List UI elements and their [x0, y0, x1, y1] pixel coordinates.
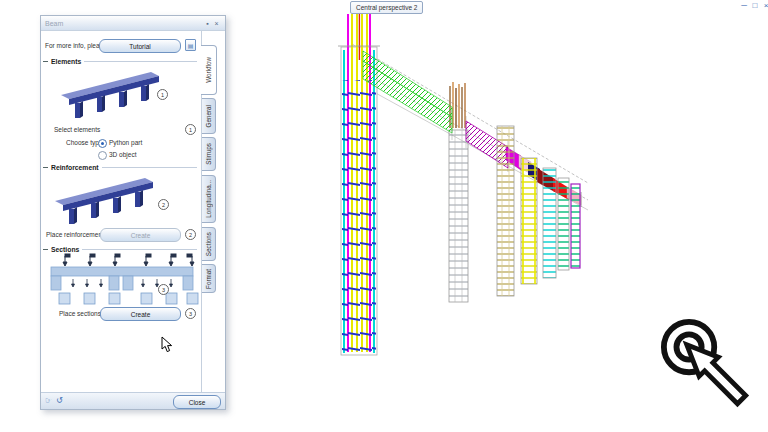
row-badge-2: 2 [185, 229, 196, 240]
radio-3d-object-label[interactable]: 3D object [109, 151, 136, 158]
panel-titlebar[interactable]: Beam ▪ × [41, 16, 225, 31]
tab-stirrups[interactable]: Stirrups [202, 137, 216, 171]
tutorial-button[interactable]: Tutorial [99, 39, 181, 53]
reinforcement-section-header[interactable]: Reinforcement [43, 164, 197, 171]
pin-icon[interactable]: ▪ [203, 19, 212, 28]
pier-5 [543, 168, 556, 278]
collapse-icon [43, 249, 48, 250]
close-button[interactable]: Close [173, 395, 221, 409]
section-rule [84, 61, 197, 62]
place-reinforcement-label: Place reinforcement [46, 231, 104, 238]
tab-label: General [205, 105, 212, 127]
panel-title: Beam [45, 20, 203, 27]
tab-sections[interactable]: Sections [202, 227, 216, 261]
pier-6 [558, 178, 569, 270]
pier-3 [497, 126, 514, 296]
apply-icon[interactable]: ☞ [45, 396, 52, 406]
window-controls: ─ □ × [740, 1, 768, 10]
close-panel-icon[interactable]: × [212, 19, 221, 28]
sections-illustration [45, 253, 200, 305]
radio-3d-object[interactable] [98, 151, 107, 160]
tab-label: Longitudina... [205, 180, 212, 218]
place-sections-label: Place sections [59, 310, 101, 317]
radio-python-part[interactable] [98, 139, 107, 148]
create-reinforcement-button[interactable]: Create [100, 228, 181, 242]
pier-4 [521, 158, 537, 284]
radio-python-part-label[interactable]: Python part [109, 139, 142, 146]
row-badge-1: 1 [185, 124, 196, 135]
workflow-page: For more info, please click here Tutoria… [41, 31, 202, 392]
step-badge-1: 1 [157, 89, 168, 100]
click-pointer-icon [660, 318, 752, 410]
sections-section-header[interactable]: Sections [43, 246, 197, 253]
tab-format[interactable]: Format [202, 264, 216, 293]
create-sections-button[interactable]: Create [100, 307, 181, 321]
tab-label: Stirrups [205, 143, 212, 165]
pier-7 [571, 184, 580, 268]
select-elements-label: Select elements [54, 126, 100, 133]
section-title: Sections [51, 246, 79, 253]
elements-section-header[interactable]: Elements [43, 58, 197, 65]
panel-body: For more info, please click here Tutoria… [41, 31, 225, 392]
tab-label: Format [205, 269, 212, 289]
collapse-icon [43, 61, 48, 62]
section-rule [82, 249, 197, 250]
tab-workflow[interactable]: Workflow [201, 45, 217, 95]
restore-icon[interactable]: □ [751, 1, 759, 10]
section-title: Reinforcement [51, 164, 99, 171]
section-title: Elements [51, 58, 81, 65]
collapse-icon [43, 167, 48, 168]
section-rule [102, 167, 197, 168]
tutorial-options-icon[interactable]: ▤ [185, 39, 196, 51]
row-badge-3: 3 [185, 308, 196, 319]
beam-palette-panel: Beam ▪ × For more info, please click her… [40, 15, 226, 410]
palette-tabstrip: Workflow General Stirrups Longitudina...… [202, 31, 225, 392]
reinforcement-illustration [53, 171, 163, 227]
elements-illustration [59, 65, 169, 121]
close-window-icon[interactable]: × [762, 1, 768, 10]
tab-general[interactable]: General [202, 98, 216, 134]
mouse-cursor [161, 336, 173, 354]
refresh-icon[interactable]: ↺ [56, 396, 63, 406]
tab-label: Workflow [205, 57, 212, 83]
step-badge-3: 3 [158, 284, 169, 295]
tab-label: Sections [205, 232, 212, 256]
tab-longitudinal[interactable]: Longitudina... [202, 175, 216, 223]
panel-bottom-bar: ☞ ↺ Close [41, 392, 225, 409]
minimize-icon[interactable]: ─ [740, 1, 748, 10]
view-name-tab[interactable]: Central perspective 2 [350, 1, 423, 14]
step-badge-2: 2 [158, 199, 169, 210]
